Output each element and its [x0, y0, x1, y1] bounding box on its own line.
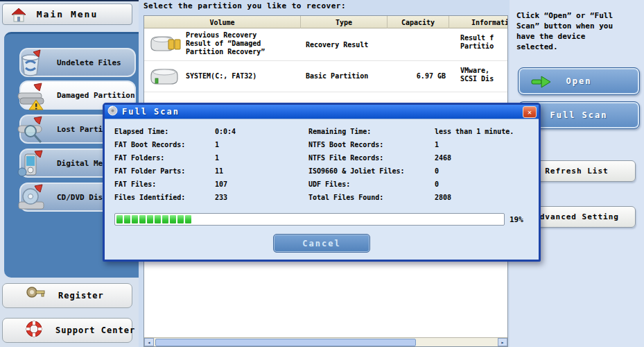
stat-label: NTFS File Records:: [308, 154, 435, 167]
sidebar-item-label: Undelete Files: [57, 58, 121, 67]
support-center-button[interactable]: Support Center: [2, 318, 132, 343]
stat-label: UDF Files:: [308, 180, 435, 194]
advanced-setting-label: Advanced Setting: [534, 212, 619, 221]
cancel-button-label: Cancel: [302, 239, 340, 248]
close-icon[interactable]: ✕: [523, 106, 537, 118]
stat-value: 107: [215, 180, 308, 194]
progress-block: [185, 215, 191, 223]
sidebar-item-undelete-files[interactable]: Undelete Files: [19, 48, 136, 77]
stat-label: FAT Folders:: [114, 154, 215, 167]
stat-value: 233: [215, 194, 308, 207]
column-header-information[interactable]: Information: [449, 16, 508, 28]
cd-dvd-icon: [15, 184, 47, 216]
stat-value: 11: [215, 167, 308, 180]
stat-value: less than 1 minute.: [435, 128, 539, 141]
house-icon: [10, 6, 28, 27]
stat-label: Elapsed Time:: [114, 128, 215, 141]
damaged-partition-icon: [15, 82, 47, 114]
stat-label: ISO9660 & Joliet Files:: [308, 167, 435, 180]
dialog-title: Full Scan: [122, 107, 180, 117]
volume-cell: Previous Recovery Result of “Damaged Par…: [186, 31, 265, 56]
digital-media-icon: [15, 150, 46, 183]
support-center-label: Support Center: [55, 325, 135, 335]
open-button-label: Open: [566, 76, 592, 86]
stat-label: NTFS Boot Records:: [308, 141, 435, 154]
table-row-previous-recovery[interactable]: Previous Recovery Result of “Damaged Par…: [144, 28, 507, 61]
horizontal-scrollbar[interactable]: ◂ ▸: [144, 337, 507, 346]
type-cell: Recovery Result: [306, 41, 368, 49]
app-window: Main Menu Undelete Files Damaged Partiti…: [0, 0, 644, 347]
progress-block: [147, 215, 153, 223]
information-cell: Result f Partitio: [460, 34, 494, 51]
sidebar-item-label: CD/DVD Disk: [57, 193, 107, 202]
progress-block: [139, 215, 146, 223]
key-icon: [25, 285, 46, 306]
disc-icon: [107, 105, 118, 119]
stat-label: FAT Boot Records:: [114, 141, 215, 154]
lost-partition-icon: [15, 116, 47, 148]
progress-block: [162, 215, 168, 223]
dialog-body: Elapsed Time: 0:0:4 Remaining Time: less…: [105, 119, 539, 260]
refresh-list-label: Refresh List: [545, 167, 608, 176]
sidebar-item-label: Damaged Partition: [57, 91, 135, 100]
scan-statistics: Elapsed Time: 0:0:4 Remaining Time: less…: [105, 128, 539, 207]
lifebuoy-icon: [25, 320, 43, 341]
information-cell: VMware, SCSI Dis: [460, 67, 494, 83]
green-arrow-icon: [531, 75, 552, 92]
stat-value: 1: [215, 141, 308, 154]
stat-label: Remaining Time:: [308, 128, 435, 141]
progress-block: [155, 215, 161, 223]
open-button[interactable]: Open: [518, 67, 640, 95]
page-title: Select the partition you like to recover…: [143, 1, 346, 10]
progress-block: [124, 215, 130, 223]
register-label: Register: [58, 291, 104, 301]
stat-value: 2468: [435, 154, 539, 167]
instruction-text: Click “Open” or “Full Scan” button when …: [516, 10, 643, 52]
progress-track: [114, 213, 505, 226]
recovery-result-drive-icon: [150, 33, 182, 58]
scroll-right-icon[interactable]: ▸: [498, 338, 507, 346]
stat-value: 1: [215, 154, 308, 167]
table-header: Volume Type Capacity Information: [144, 16, 507, 28]
stat-label: FAT Folder Parts:: [114, 167, 215, 180]
stat-value: 2808: [435, 194, 539, 207]
progress-block: [170, 215, 176, 223]
column-header-volume[interactable]: Volume: [144, 16, 301, 28]
stat-value: 0:0:4: [215, 128, 308, 141]
scroll-left-icon[interactable]: ◂: [144, 338, 154, 346]
stat-label: Total Files Found:: [308, 194, 435, 207]
capacity-cell: 6.97 GB: [417, 72, 446, 80]
main-menu-button[interactable]: Main Menu: [2, 3, 132, 25]
column-header-type[interactable]: Type: [301, 16, 388, 28]
stat-value: 0: [435, 167, 539, 180]
stat-label: Files Identified:: [114, 194, 215, 207]
progress-block: [177, 215, 184, 223]
full-scan-dialog: Full Scan ✕ Elapsed Time: 0:0:4 Remainin…: [103, 103, 541, 262]
main-menu-label: Main Menu: [37, 9, 98, 19]
cancel-button[interactable]: Cancel: [273, 234, 370, 253]
column-header-capacity[interactable]: Capacity: [388, 16, 449, 28]
progress-block: [116, 215, 123, 223]
type-cell: Basic Partition: [306, 72, 368, 80]
stat-value: 1: [435, 141, 539, 154]
hard-drive-icon: [150, 65, 182, 90]
stat-value: 0: [435, 180, 539, 194]
trash-icon: [15, 49, 46, 81]
scrollbar-thumb[interactable]: [155, 339, 416, 346]
progress-block: [132, 215, 138, 223]
progress-percent-label: 19%: [510, 215, 523, 224]
full-scan-button-label: Full Scan: [550, 110, 607, 120]
table-row-system-partition[interactable]: SYSTEM(C:, FAT32) Basic Partition 6.97 G…: [144, 61, 507, 92]
register-button[interactable]: Register: [2, 283, 132, 308]
dialog-titlebar[interactable]: Full Scan ✕: [105, 105, 539, 119]
stat-label: FAT Files:: [114, 180, 215, 194]
volume-cell: SYSTEM(C:, FAT32): [186, 72, 256, 81]
